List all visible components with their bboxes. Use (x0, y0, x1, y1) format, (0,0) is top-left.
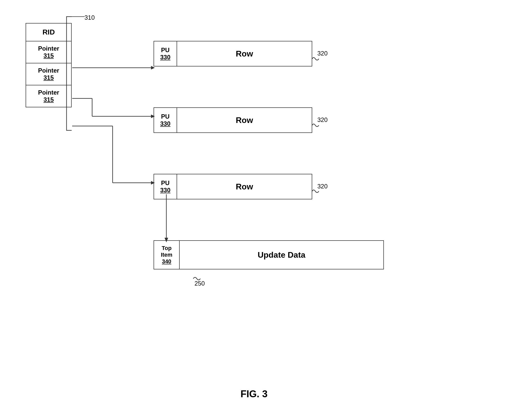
diagram-container: 310 RID Pointer315 Pointer315 Pointer315… (0, 0, 508, 420)
top-item-cell: Top Item 340 (154, 241, 180, 269)
row-label-3: Row (177, 174, 312, 199)
ref-250: 250 (194, 280, 205, 287)
pointer-3: Pointer315 (26, 85, 71, 107)
row-label-2: Row (177, 108, 312, 132)
update-data-label: Update Data (180, 241, 383, 269)
row-box-1: PU330 Row (154, 41, 312, 66)
row-label-1: Row (177, 41, 312, 66)
row-box-3: PU330 Row (154, 174, 312, 199)
pointer-1: Pointer315 (26, 41, 71, 63)
pointer-2: Pointer315 (26, 63, 71, 85)
pu-label-2: PU330 (154, 108, 177, 132)
figure-caption: FIG. 3 (241, 389, 268, 400)
ref-320-3: 320 (317, 183, 328, 190)
pu-label-1: PU330 (154, 41, 177, 66)
ref-320-2: 320 (317, 116, 328, 123)
row-box-2: PU330 Row (154, 107, 312, 133)
rid-box: RID Pointer315 Pointer315 Pointer315 (26, 23, 72, 107)
ref-310: 310 (84, 14, 95, 21)
update-box: Top Item 340 Update Data (154, 240, 384, 269)
ref-320-1: 320 (317, 50, 328, 57)
rid-label: RID (26, 24, 71, 41)
svg-marker-2 (151, 66, 155, 70)
pu-label-3: PU330 (154, 174, 177, 199)
